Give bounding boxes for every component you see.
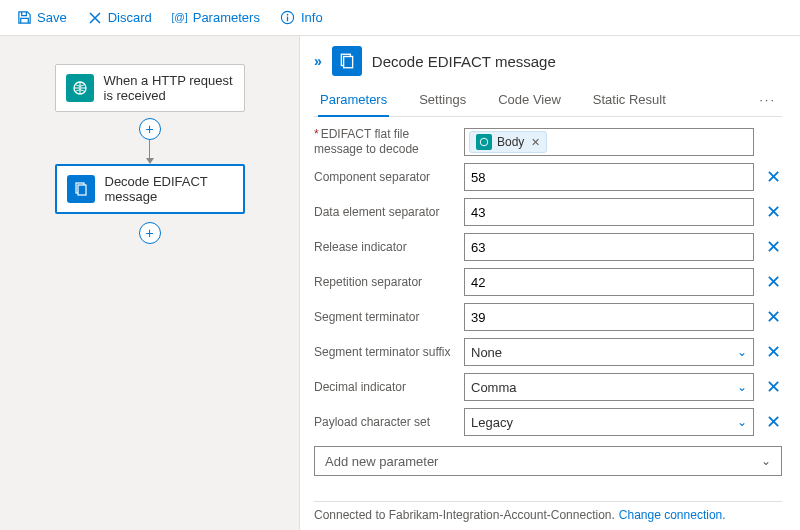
release-ind-label: Release indicator bbox=[314, 240, 454, 255]
flatfile-label: *EDIFACT flat file message to decode bbox=[314, 127, 454, 157]
save-icon bbox=[16, 10, 32, 26]
chevron-down-icon: ⌄ bbox=[737, 415, 747, 429]
repetition-sep-clear[interactable]: ✕ bbox=[764, 271, 782, 293]
http-body-icon bbox=[476, 134, 492, 150]
collapse-panel-button[interactable]: » bbox=[314, 53, 322, 69]
details-panel: » Decode EDIFACT message Parameters Sett… bbox=[300, 36, 800, 530]
chip-label: Body bbox=[497, 135, 524, 149]
release-ind-clear[interactable]: ✕ bbox=[764, 236, 782, 258]
change-connection-link[interactable]: Change connection. bbox=[619, 508, 726, 522]
decimal-ind-label: Decimal indicator bbox=[314, 380, 454, 395]
data-elem-sep-clear[interactable]: ✕ bbox=[764, 201, 782, 223]
edifact-icon bbox=[67, 175, 95, 203]
info-label: Info bbox=[301, 10, 323, 25]
add-step-button-bottom[interactable]: + bbox=[139, 222, 161, 244]
svg-point-2 bbox=[287, 14, 289, 16]
flatfile-input[interactable]: Body ✕ bbox=[464, 128, 754, 156]
tab-code-view[interactable]: Code View bbox=[496, 86, 563, 116]
panel-title: Decode EDIFACT message bbox=[372, 53, 556, 70]
decimal-ind-clear[interactable]: ✕ bbox=[764, 376, 782, 398]
segment-term-clear[interactable]: ✕ bbox=[764, 306, 782, 328]
http-trigger-icon bbox=[66, 74, 94, 102]
chevron-down-icon: ⌄ bbox=[737, 380, 747, 394]
decimal-ind-select[interactable]: Comma ⌄ bbox=[464, 373, 754, 401]
svg-rect-3 bbox=[287, 17, 288, 22]
svg-rect-8 bbox=[343, 57, 352, 68]
save-label: Save bbox=[37, 10, 67, 25]
payload-charset-clear[interactable]: ✕ bbox=[764, 411, 782, 433]
payload-charset-select[interactable]: Legacy ⌄ bbox=[464, 408, 754, 436]
chip-remove-icon[interactable]: ✕ bbox=[531, 136, 540, 149]
svg-rect-6 bbox=[78, 185, 86, 195]
chevron-down-icon: ⌄ bbox=[737, 345, 747, 359]
component-sep-clear[interactable]: ✕ bbox=[764, 166, 782, 188]
data-elem-sep-label: Data element separator bbox=[314, 205, 454, 220]
component-sep-input[interactable] bbox=[464, 163, 754, 191]
node-edifact-label: Decode EDIFACT message bbox=[105, 174, 233, 204]
segment-term-suffix-label: Segment terminator suffix bbox=[314, 345, 454, 360]
segment-term-suffix-select[interactable]: None ⌄ bbox=[464, 338, 754, 366]
svg-point-9 bbox=[480, 138, 488, 146]
payload-charset-label: Payload character set bbox=[314, 415, 454, 430]
connector: + bbox=[139, 112, 161, 164]
connection-footer: Connected to Fabrikam-Integration-Accoun… bbox=[314, 501, 782, 522]
svg-text:[@]: [@] bbox=[172, 12, 187, 23]
panel-title-icon bbox=[332, 46, 362, 76]
info-icon bbox=[280, 10, 296, 26]
segment-term-label: Segment terminator bbox=[314, 310, 454, 325]
node-decode-edifact[interactable]: Decode EDIFACT message bbox=[55, 164, 245, 214]
add-parameter-dropdown[interactable]: Add new parameter ⌄ bbox=[314, 446, 782, 476]
parameters-button[interactable]: [@] Parameters bbox=[164, 6, 268, 30]
discard-icon bbox=[87, 10, 103, 26]
repetition-sep-input[interactable] bbox=[464, 268, 754, 296]
segment-term-input[interactable] bbox=[464, 303, 754, 331]
chevron-down-icon: ⌄ bbox=[761, 454, 771, 468]
node-http-trigger[interactable]: When a HTTP request is received bbox=[55, 64, 245, 112]
component-sep-label: Component separator bbox=[314, 170, 454, 185]
segment-term-suffix-clear[interactable]: ✕ bbox=[764, 341, 782, 363]
discard-label: Discard bbox=[108, 10, 152, 25]
toolbar: Save Discard [@] Parameters Info bbox=[0, 0, 800, 36]
body-token-chip[interactable]: Body ✕ bbox=[469, 131, 547, 153]
release-ind-input[interactable] bbox=[464, 233, 754, 261]
tab-more-button[interactable]: ··· bbox=[757, 86, 778, 116]
parameters-form: *EDIFACT flat file message to decode Bod… bbox=[314, 117, 782, 493]
info-button[interactable]: Info bbox=[272, 6, 331, 30]
panel-tabs: Parameters Settings Code View Static Res… bbox=[314, 86, 782, 117]
parameters-label: Parameters bbox=[193, 10, 260, 25]
connection-text: Connected to Fabrikam-Integration-Accoun… bbox=[314, 508, 615, 522]
repetition-sep-label: Repetition separator bbox=[314, 275, 454, 290]
node-http-label: When a HTTP request is received bbox=[104, 73, 234, 103]
tab-static-result[interactable]: Static Result bbox=[591, 86, 668, 116]
tab-parameters[interactable]: Parameters bbox=[318, 86, 389, 117]
save-button[interactable]: Save bbox=[8, 6, 75, 30]
discard-button[interactable]: Discard bbox=[79, 6, 160, 30]
parameters-icon: [@] bbox=[172, 10, 188, 26]
add-step-button-top[interactable]: + bbox=[139, 118, 161, 140]
tab-settings[interactable]: Settings bbox=[417, 86, 468, 116]
data-elem-sep-input[interactable] bbox=[464, 198, 754, 226]
designer-canvas[interactable]: When a HTTP request is received + Decode… bbox=[0, 36, 300, 530]
